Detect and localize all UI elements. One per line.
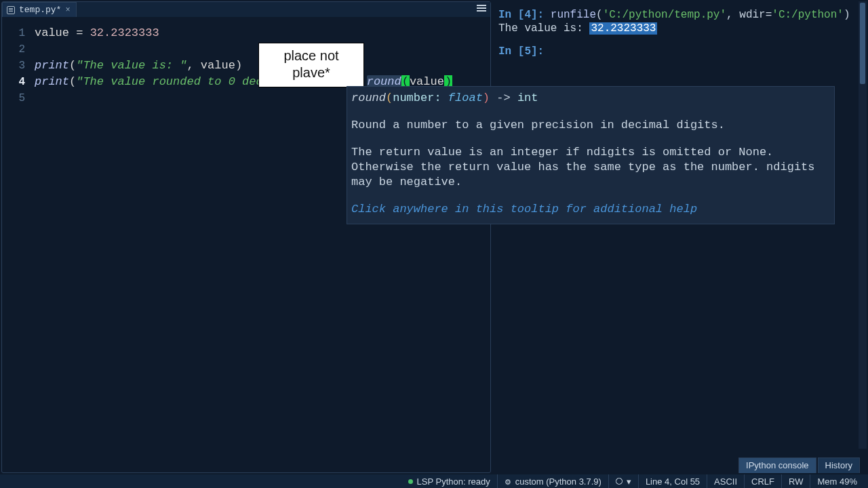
- console-prompt: In [5]:: [498, 45, 544, 58]
- line-number: 5: [2, 90, 35, 106]
- annotation-box: place not plave*: [258, 43, 364, 87]
- close-icon[interactable]: ×: [65, 5, 70, 15]
- tooltip-paragraph: Round a number to a given precision in d…: [351, 118, 830, 133]
- file-icon: [7, 6, 15, 14]
- editor-pane: temp.py* × 1 2 3 4 5 value = 32.2323333 …: [1, 1, 491, 473]
- console-output-value: 32.2323333: [589, 22, 657, 35]
- tab-ipython-console[interactable]: IPython console: [738, 458, 816, 473]
- console-prompt: In [4]:: [498, 9, 551, 21]
- tooltip-paragraph: The return value is an integer if ndigit…: [351, 145, 830, 190]
- console-pane: In [4]: runfile('C:/python/temp.py', wdi…: [493, 1, 867, 473]
- tab-history[interactable]: History: [818, 458, 860, 473]
- hamburger-menu-icon[interactable]: [477, 5, 486, 12]
- console-output[interactable]: In [4]: runfile('C:/python/temp.py', wdi…: [493, 1, 867, 454]
- status-dot-icon: [408, 479, 413, 484]
- annotation-line: place not: [264, 47, 358, 64]
- status-bar: LSP Python: ready custom (Python 3.7.9) …: [0, 474, 868, 488]
- line-number: 1: [2, 25, 35, 41]
- gear-icon: [505, 476, 511, 487]
- line-number: 4: [2, 74, 35, 90]
- tab-bar: temp.py* ×: [2, 2, 490, 17]
- console-tabs: IPython console History: [493, 454, 867, 473]
- signature-tooltip[interactable]: round(number: float) -> int Round a numb…: [347, 86, 835, 224]
- gutter: 1 2 3 4 5: [2, 17, 35, 472]
- status-encoding[interactable]: ASCII: [707, 474, 745, 488]
- console-output-label: The value is:: [498, 22, 589, 35]
- code-area[interactable]: 1 2 3 4 5 value = 32.2323333 print("The …: [2, 17, 490, 472]
- git-icon: [616, 476, 623, 487]
- line-number: 2: [2, 41, 35, 58]
- tooltip-signature: round(number: float) -> int: [351, 91, 830, 106]
- status-git[interactable]: ▾: [609, 474, 639, 488]
- file-tab[interactable]: temp.py* ×: [2, 2, 77, 17]
- status-cursor[interactable]: Line 4, Col 55: [639, 474, 707, 488]
- status-env[interactable]: custom (Python 3.7.9): [498, 474, 609, 488]
- status-lsp[interactable]: LSP Python: ready: [401, 474, 498, 488]
- scrollbar-thumb[interactable]: [860, 3, 865, 84]
- tooltip-help-link[interactable]: Click anywhere in this tooltip for addit…: [351, 202, 830, 217]
- status-mem[interactable]: Mem 49%: [810, 474, 864, 488]
- file-tab-label: temp.py*: [19, 5, 61, 15]
- line-number: 3: [2, 58, 35, 74]
- scrollbar[interactable]: [859, 1, 867, 449]
- annotation-line: plave*: [264, 64, 358, 81]
- status-rw[interactable]: RW: [782, 474, 810, 488]
- status-eol[interactable]: CRLF: [745, 474, 782, 488]
